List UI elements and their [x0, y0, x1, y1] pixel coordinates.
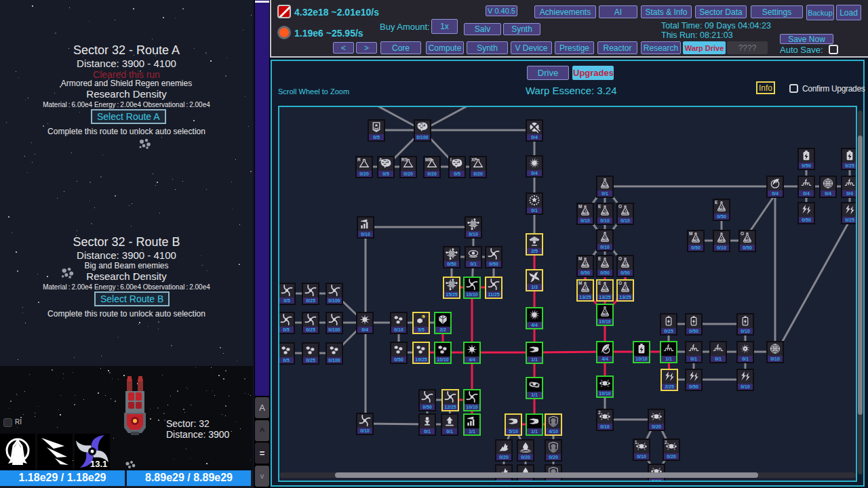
- svg-text:13.1: 13.1: [90, 459, 107, 469]
